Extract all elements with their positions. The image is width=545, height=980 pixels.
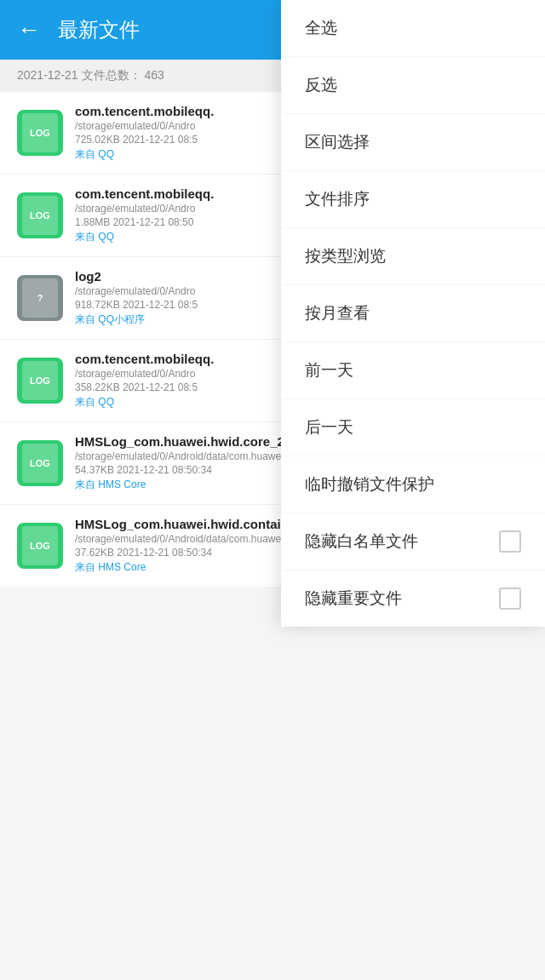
menu-item-1[interactable]: 反选 [281, 57, 545, 114]
menu-item-2[interactable]: 区间选择 [281, 114, 545, 171]
menu-item-7[interactable]: 后一天 [281, 399, 545, 456]
menu-item-label: 按类型浏览 [305, 245, 386, 267]
menu-item-8[interactable]: 临时撤销文件保护 [281, 456, 545, 513]
menu-item-10[interactable]: 隐藏重要文件 [281, 570, 545, 627]
menu-item-label: 临时撤销文件保护 [305, 473, 434, 496]
menu-item-label: 前一天 [305, 359, 353, 381]
menu-item-6[interactable]: 前一天 [281, 342, 545, 399]
menu-item-4[interactable]: 按类型浏览 [281, 228, 545, 285]
menu-item-9[interactable]: 隐藏白名单文件 [281, 513, 545, 570]
menu-item-label: 文件排序 [305, 188, 370, 210]
menu-checkbox[interactable] [499, 530, 521, 553]
menu-item-label: 隐藏重要文件 [305, 587, 402, 610]
menu-item-label: 全选 [305, 17, 337, 39]
menu-item-label: 按月查看 [305, 302, 370, 324]
menu-item-label: 后一天 [305, 416, 353, 438]
menu-item-label: 区间选择 [305, 131, 370, 153]
menu-item-5[interactable]: 按月查看 [281, 285, 545, 342]
menu-item-3[interactable]: 文件排序 [281, 171, 545, 228]
overlay[interactable]: 全选反选区间选择文件排序按类型浏览按月查看前一天后一天临时撤销文件保护隐藏白名单… [0, 0, 545, 980]
menu-item-0[interactable]: 全选 [281, 0, 545, 57]
menu-item-label: 反选 [305, 74, 337, 96]
menu-checkbox[interactable] [499, 587, 521, 610]
menu-item-label: 隐藏白名单文件 [305, 530, 418, 553]
dropdown-menu: 全选反选区间选择文件排序按类型浏览按月查看前一天后一天临时撤销文件保护隐藏白名单… [281, 0, 545, 627]
